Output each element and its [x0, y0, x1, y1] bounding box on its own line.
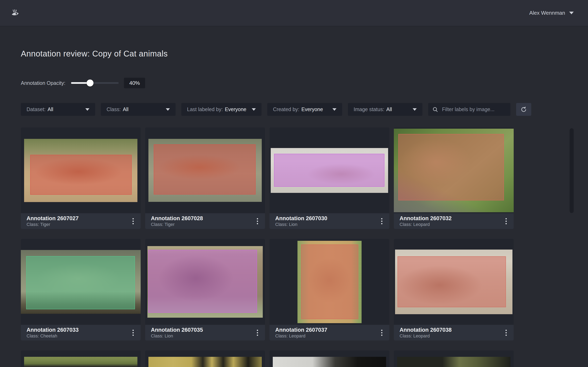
card-footer: Annotation 2607037 Class: Leopard	[269, 325, 389, 341]
annotation-image	[21, 350, 141, 367]
bounding-box-overlay	[301, 244, 358, 319]
filter-dropdown[interactable]: Last labeled by: Everyone	[181, 103, 261, 116]
card-class-label: Class: Cheetah	[26, 333, 79, 339]
annotation-card[interactable]: Annotation 2607037 Class: Leopard	[269, 239, 389, 341]
page-title: Annotation review: Copy of Cat animals	[21, 49, 588, 58]
annotation-image[interactable]	[21, 127, 141, 213]
card-title: Annotation 2607035	[151, 327, 203, 333]
annotation-card[interactable]: Annotation 2607030 Class: Lion	[269, 127, 389, 229]
opacity-slider[interactable]	[71, 78, 119, 88]
app-logo-icon[interactable]	[11, 8, 20, 17]
image-filter-searchbox	[428, 103, 510, 116]
annotation-card[interactable]: Annotation 2607032 Class: Leopard	[394, 127, 514, 229]
annotation-image[interactable]	[269, 127, 389, 213]
annotation-image[interactable]	[21, 239, 141, 325]
photo-thumbnail	[24, 139, 138, 202]
card-class-label: Class: Leopard	[399, 222, 452, 227]
filter-label: Dataset:	[26, 106, 45, 112]
photo-thumbnail	[297, 241, 362, 323]
card-title: Annotation 2607037	[275, 327, 327, 333]
search-input[interactable]	[442, 106, 506, 113]
card-title: Annotation 2607028	[151, 215, 203, 222]
bounding-box-overlay	[274, 154, 384, 187]
card-menu-button[interactable]	[130, 328, 136, 338]
card-menu-button[interactable]	[503, 216, 509, 226]
annotation-review-page: Alex Wennman Annotation review: Copy of …	[0, 0, 588, 367]
card-menu-button[interactable]	[379, 328, 384, 338]
photo-thumbnail	[24, 357, 138, 367]
annotation-opacity-control: Annotation Opacity: 40%	[21, 78, 588, 88]
refresh-icon	[520, 106, 527, 113]
opacity-label: Annotation Opacity:	[21, 80, 65, 86]
bounding-box-overlay	[148, 250, 257, 313]
bounding-box-overlay	[26, 256, 135, 309]
card-footer: Annotation 2607038 Class: Leopard	[394, 325, 514, 341]
filter-value: Everyone	[225, 106, 246, 112]
card-footer: Annotation 2607027 Class: Tiger	[21, 213, 141, 229]
annotation-card-partial[interactable]	[21, 350, 141, 367]
filter-value: All	[48, 106, 53, 112]
annotation-card[interactable]: Annotation 2607028 Class: Tiger	[145, 127, 265, 229]
annotation-image[interactable]	[394, 239, 514, 325]
annotation-card-partial[interactable]	[394, 350, 514, 367]
top-nav-bar: Alex Wennman	[0, 0, 588, 26]
photo-thumbnail	[394, 129, 514, 212]
photo-thumbnail	[273, 357, 386, 367]
annotation-card[interactable]: Annotation 2607035 Class: Lion	[145, 239, 265, 341]
filter-dropdown[interactable]: Created by: Everyone	[267, 103, 342, 116]
annotation-card-partial[interactable]	[145, 350, 265, 367]
filter-label: Image status:	[354, 106, 384, 112]
card-menu-button[interactable]	[255, 328, 260, 338]
photo-thumbnail	[395, 250, 512, 314]
card-class-label: Class: Leopard	[275, 333, 327, 339]
card-footer: Annotation 2607028 Class: Tiger	[145, 213, 265, 229]
card-menu-button[interactable]	[255, 216, 260, 226]
annotation-image[interactable]	[145, 127, 265, 213]
photo-thumbnail	[148, 139, 262, 202]
filter-dropdown[interactable]: Image status: All	[348, 103, 423, 116]
annotation-card[interactable]: Annotation 2607038 Class: Leopard	[394, 239, 514, 341]
card-title: Annotation 2607033	[26, 327, 79, 333]
annotation-image	[394, 350, 514, 367]
annotation-card[interactable]: Annotation 2607027 Class: Tiger	[21, 127, 141, 229]
photo-thumbnail	[271, 148, 388, 193]
annotation-card-grid: Annotation 2607027 Class: Tiger Annotati…	[21, 127, 514, 367]
chevron-down-icon	[569, 12, 574, 14]
bounding-box-overlay	[154, 144, 256, 194]
annotation-image[interactable]	[145, 239, 265, 325]
vertical-scrollbar-thumb[interactable]	[570, 128, 574, 213]
chevron-down-icon	[332, 108, 337, 111]
annotation-image[interactable]	[394, 127, 514, 213]
filter-dropdown[interactable]: Dataset: All	[21, 103, 95, 116]
card-title: Annotation 2607030	[275, 215, 327, 222]
filter-value: All	[386, 106, 392, 112]
photo-thumbnail	[148, 357, 262, 367]
annotation-card[interactable]: Annotation 2607033 Class: Cheetah	[21, 239, 141, 341]
slider-thumb[interactable]	[86, 80, 94, 86]
card-menu-button[interactable]	[379, 216, 384, 226]
card-footer: Annotation 2607033 Class: Cheetah	[21, 325, 141, 341]
card-menu-button[interactable]	[130, 216, 136, 226]
opacity-value-badge: 40%	[124, 78, 145, 88]
card-title: Annotation 2607027	[26, 215, 79, 222]
card-title: Annotation 2607032	[399, 215, 452, 222]
annotation-image	[145, 350, 265, 367]
filter-value: Everyone	[301, 106, 323, 112]
card-footer: Annotation 2607030 Class: Lion	[269, 213, 389, 229]
card-class-label: Class: Leopard	[399, 333, 452, 339]
card-footer: Annotation 2607035 Class: Lion	[145, 325, 265, 341]
filter-dropdown[interactable]: Class: All	[101, 103, 176, 116]
annotation-image	[269, 350, 389, 367]
bounding-box-overlay	[398, 134, 504, 200]
filter-value: All	[123, 106, 129, 112]
card-class-label: Class: Lion	[151, 333, 203, 339]
annotation-image[interactable]	[269, 239, 389, 325]
chevron-down-icon	[252, 108, 256, 111]
card-footer: Annotation 2607032 Class: Leopard	[394, 213, 514, 229]
chevron-down-icon	[413, 108, 417, 111]
refresh-button[interactable]	[516, 103, 531, 116]
annotation-card-partial[interactable]	[269, 350, 389, 367]
card-class-label: Class: Tiger	[151, 222, 203, 227]
card-menu-button[interactable]	[503, 328, 509, 338]
user-account-menu[interactable]: Alex Wennman	[529, 10, 574, 16]
